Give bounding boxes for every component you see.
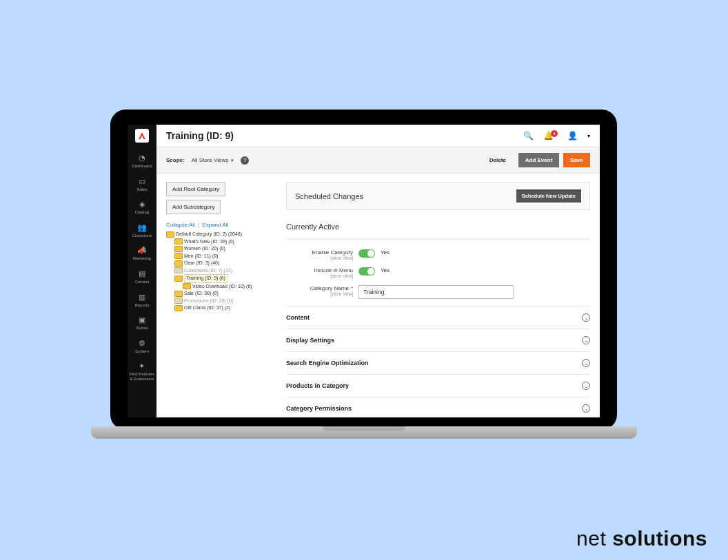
chevron-down-icon: ⌄ [582,336,590,344]
nav-customers[interactable]: 👥Customers [132,223,152,238]
notifications-icon[interactable]: 🔔4 [543,131,558,141]
gear-icon: ⚙ [137,339,147,347]
account-chevron-icon[interactable]: ▾ [587,133,590,139]
nav-system[interactable]: ⚙System [135,339,149,354]
folder-icon [183,283,191,289]
folder-icon [174,291,183,297]
folder-icon [174,238,183,245]
save-button[interactable]: Save [563,153,590,167]
nav-label: Sales [136,187,147,192]
tree-node[interactable]: Video Download (ID: 10) (6) [166,283,275,291]
delete-button[interactable]: Delete [483,153,513,167]
accordion-section[interactable]: Products in Category⌄ [286,375,590,397]
scope-bar: Scope: All Store Views ▾ ? Delete Add Ev… [156,147,600,174]
enable-category-label: Enable Category [store view] [286,249,358,260]
tree-node[interactable]: Men (ID: 11) (0) [166,253,275,260]
tree-node[interactable]: Gear (ID: 3) (46) [166,260,275,267]
include-in-menu-toggle[interactable] [358,267,375,276]
category-name-input[interactable] [358,285,514,299]
tree-node-label: Sale (ID: 38) (0) [184,290,219,298]
accordion-section[interactable]: Display Settings⌄ [286,329,590,352]
nav-label: Content [134,280,149,284]
enable-category-toggle[interactable] [358,249,375,258]
tree-node[interactable]: Training (ID: 9) (6) [166,274,275,283]
tree-node-label: Women (ID: 20) (0) [184,245,225,253]
accordion-section[interactable]: Category Permissions⌄ [286,397,590,417]
collapse-all-link[interactable]: Collapse All [166,222,195,228]
accordion-section[interactable]: Search Engine Optimization⌄ [286,352,590,375]
tree-node[interactable]: Women (ID: 20) (0) [166,245,275,253]
schedule-new-update-button[interactable]: Schedule New Update [516,189,581,203]
help-icon[interactable]: ? [241,156,249,165]
nav-partners[interactable]: ✦Find Partners & Extensions [130,362,154,381]
nav-label: Reports [134,303,149,308]
tree-node[interactable]: Collections (ID: 7) (13) [166,267,275,275]
scheduled-changes-panel: Scheduled Changes Schedule New Update [286,182,590,210]
add-subcategory-button[interactable]: Add Subcategory [166,200,221,214]
category-name-label: Category Name* [store view] [286,285,358,296]
tree-node-label: Promotions (ID: 29) (0) [184,298,233,305]
scheduled-changes-title: Scheduled Changes [295,192,363,200]
account-icon[interactable]: 👤 [567,131,578,141]
folder-icon [174,246,183,252]
tree-node-label: Gear (ID: 3) (46) [184,260,219,267]
nav-marketing[interactable]: 📣Marketing [133,246,151,261]
tree-node-label: Collections (ID: 7) (13) [184,267,232,275]
money-icon: ▭ [137,177,147,185]
user-icon: 👥 [137,223,147,231]
puzzle-icon: ✦ [137,362,147,370]
chevron-down-icon: ⌄ [582,382,590,390]
search-icon[interactable]: 🔍 [523,131,534,141]
accordion-label: Products in Category [286,382,582,389]
nav-content[interactable]: ▤Content [134,269,149,284]
nav-label: System [135,349,149,354]
nav-sales[interactable]: ▭Sales [136,177,147,192]
tree-node[interactable]: Default Category (ID: 2) (2048) [166,231,275,238]
tree-node[interactable]: Sale (ID: 38) (0) [166,290,275,298]
currently-active-title: Currently Active [286,222,590,231]
nav-label: Marketing [133,256,151,261]
nav-catalog[interactable]: ◈Catalog [135,200,150,215]
main-content: Training (ID: 9) 🔍 🔔4 👤 ▾ Scope: All Sto… [156,125,600,417]
folder-icon [174,267,183,273]
notification-badge: 4 [551,130,558,137]
nav-dashboard[interactable]: ◔Dashboard [132,154,152,169]
expand-all-link[interactable]: Expand All [202,222,228,228]
category-tree: Default Category (ID: 2) (2048)What's Ne… [166,231,275,312]
nav-label: Stores [136,326,148,331]
tree-node-label: Training (ID: 9) (6) [184,274,228,283]
scope-select[interactable]: All Store Views [192,157,229,163]
tree-node[interactable]: What's New (ID: 39) (0) [166,238,275,246]
laptop-base [91,426,637,439]
nav-label: Customers [132,234,152,238]
gauge-icon: ◔ [137,154,147,162]
folder-icon [174,276,183,282]
accordion-section[interactable]: Content⌄ [286,307,590,329]
add-root-category-button[interactable]: Add Root Category [166,182,225,196]
add-event-button[interactable]: Add Event [518,153,560,167]
tree-node[interactable]: Gift Cards (ID: 37) (2) [166,304,275,312]
tag-icon: ◈ [137,200,147,208]
accordion-label: Display Settings [286,337,582,344]
folder-icon [174,305,183,311]
enable-category-value: Yes [381,249,390,256]
tree-node[interactable]: Promotions (ID: 29) (0) [166,298,275,305]
nav-stores[interactable]: ▣Stores [136,315,148,331]
title-bar: Training (ID: 9) 🔍 🔔4 👤 ▾ [156,125,600,147]
category-tree-panel: Add Root Category Add Subcategory Collap… [166,182,275,417]
chart-icon: ▥ [137,293,147,301]
admin-sidebar: ◔Dashboard ▭Sales ◈Catalog 👥Customers 📣M… [128,125,156,417]
nav-reports[interactable]: ▥Reports [134,293,149,308]
page-title: Training (ID: 9) [166,130,234,141]
tree-node-label: Gift Cards (ID: 37) (2) [184,304,230,312]
accordion-label: Search Engine Optimization [286,360,582,366]
folder-icon [166,231,174,238]
chevron-down-icon: ⌄ [582,404,590,413]
brand-logo: net solutions [576,527,707,550]
store-icon: ▣ [137,315,147,324]
chevron-down-icon[interactable]: ▾ [231,158,234,163]
tree-node-label: Default Category (ID: 2) (2048) [176,231,242,238]
sections-accordion: Content⌄Display Settings⌄Search Engine O… [286,306,590,417]
tree-node-label: What's New (ID: 39) (0) [184,238,234,246]
accordion-label: Content [286,314,582,321]
